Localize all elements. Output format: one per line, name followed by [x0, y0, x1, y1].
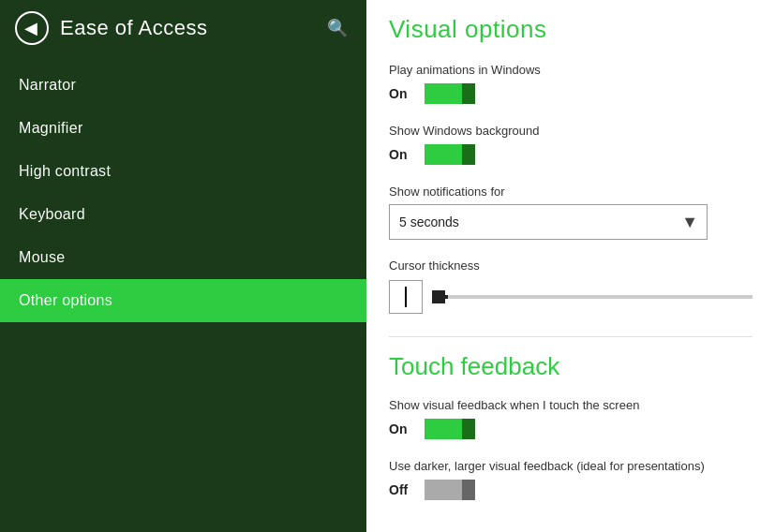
search-icon[interactable]: 🔍 [323, 14, 351, 42]
darker-feedback-toggle-off [425, 480, 475, 500]
section-divider [389, 336, 753, 337]
show-visual-feedback-label: Show visual feedback when I touch the sc… [389, 398, 753, 412]
play-animations-toggle-on [425, 83, 475, 104]
slider-track [432, 290, 753, 303]
cursor-thickness-setting: Cursor thickness [389, 259, 753, 314]
darker-feedback-state: Off [389, 482, 415, 497]
show-visual-feedback-toggle[interactable] [425, 418, 475, 440]
show-background-toggle[interactable] [425, 143, 475, 166]
back-arrow-icon: ◀ [24, 20, 37, 37]
play-animations-label: Play animations in Windows [389, 63, 753, 77]
nav-list: Narrator Magnifier High contrast Keyboar… [0, 64, 366, 322]
play-animations-toggle[interactable] [425, 82, 475, 105]
main-content: Visual options Play animations in Window… [366, 0, 775, 532]
notifications-for-label: Show notifications for [389, 185, 753, 199]
sidebar-item-mouse[interactable]: Mouse [0, 236, 366, 279]
cursor-thickness-slider[interactable] [432, 295, 753, 299]
sidebar-item-magnifier[interactable]: Magnifier [0, 107, 366, 150]
cursor-preview [389, 280, 423, 314]
show-visual-feedback-setting: Show visual feedback when I touch the sc… [389, 398, 753, 440]
sidebar: ◀ Ease of Access 🔍 Narrator Magnifier Hi… [0, 0, 366, 532]
touch-feedback-title: Touch feedback [389, 352, 753, 381]
notifications-dropdown-container: 5 seconds 7 seconds 15 seconds 30 second… [389, 204, 708, 240]
sidebar-header: ◀ Ease of Access 🔍 [0, 0, 366, 56]
cursor-thickness-row [389, 280, 753, 314]
sidebar-item-other-options[interactable]: Other options [0, 279, 366, 322]
cursor-line [405, 287, 407, 307]
back-button[interactable]: ◀ [15, 11, 49, 45]
darker-feedback-toggle[interactable] [425, 479, 475, 501]
darker-feedback-toggle-row: Off [389, 479, 753, 501]
play-animations-toggle-row: On [389, 82, 753, 105]
darker-feedback-setting: Use darker, larger visual feedback (idea… [389, 459, 753, 501]
show-background-setting: Show Windows background On [389, 124, 753, 166]
sidebar-item-narrator[interactable]: Narrator [0, 64, 366, 107]
sidebar-item-keyboard[interactable]: Keyboard [0, 193, 366, 236]
show-background-toggle-on [425, 144, 475, 165]
show-visual-feedback-state: On [389, 421, 415, 436]
visual-options-title: Visual options [389, 15, 753, 44]
cursor-thickness-label: Cursor thickness [389, 259, 753, 273]
show-visual-feedback-toggle-row: On [389, 418, 753, 440]
show-visual-feedback-toggle-on [425, 419, 475, 439]
sidebar-title: Ease of Access [60, 16, 207, 40]
show-background-toggle-row: On [389, 143, 753, 166]
notifications-dropdown[interactable]: 5 seconds 7 seconds 15 seconds 30 second… [389, 204, 708, 240]
show-background-state: On [389, 147, 415, 162]
sidebar-item-high-contrast[interactable]: High contrast [0, 150, 366, 193]
play-animations-setting: Play animations in Windows On [389, 63, 753, 105]
darker-feedback-label: Use darker, larger visual feedback (idea… [389, 459, 753, 473]
show-background-label: Show Windows background [389, 124, 753, 138]
play-animations-state: On [389, 86, 415, 101]
notifications-for-setting: Show notifications for 5 seconds 7 secon… [389, 185, 753, 240]
